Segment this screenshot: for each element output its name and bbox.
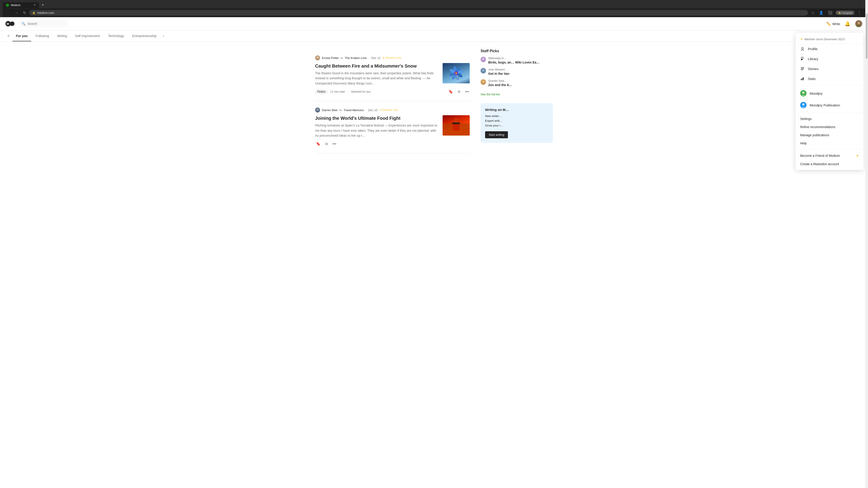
dropdown-manage-publications[interactable]: Manage publications [796, 131, 864, 139]
add-tab-button[interactable]: + [5, 31, 11, 41]
article-title[interactable]: Caught Between Fire and a Midsummer's Sn… [315, 63, 439, 69]
article-title-2[interactable]: Joining the World's Ultimate Food Fight [315, 115, 439, 121]
tab-following[interactable]: Following [32, 31, 53, 41]
dropdown-become-friend[interactable]: Become a Friend of Medium ★ [796, 151, 864, 160]
write-button[interactable]: ✏️ Write [827, 22, 840, 26]
pick-avatar-2 [480, 68, 486, 73]
svg-point-29 [483, 80, 484, 83]
tab-writing[interactable]: Writing [54, 31, 70, 41]
dropdown-stories[interactable]: Stories [796, 64, 864, 74]
extensions-icon[interactable]: ⬛ [827, 10, 834, 16]
staff-picks-title: Staff Picks [480, 49, 553, 53]
member-badge-2: ★ Member-only [379, 108, 398, 111]
svg-point-20 [317, 109, 318, 110]
tab-technology[interactable]: Technology [104, 31, 128, 41]
article-card: Darren Weir in Travel Memoirs · Dec 10 ★… [315, 101, 470, 153]
pick-title-2[interactable]: Get in the Van [488, 72, 509, 76]
nav-more-button[interactable]: › [161, 31, 166, 41]
article-date: Dec 13 [371, 56, 380, 60]
see-full-list-link[interactable]: See the full list [480, 93, 500, 96]
feed-column: Erosia Potter in The Kraken Lore · Dec 1… [315, 49, 470, 153]
scrollbar-thumb[interactable] [866, 13, 868, 59]
tab-for-you[interactable]: For you [12, 31, 31, 41]
address-bar[interactable]: 🔒 medium.com [29, 10, 808, 15]
svg-rect-23 [452, 123, 460, 124]
more-options-button-2[interactable]: ••• [332, 141, 337, 147]
incognito-label: Incognito [842, 11, 852, 14]
refresh-button[interactable]: ↻ [22, 10, 27, 16]
dropdown-library[interactable]: Library [796, 54, 864, 64]
thumb-image-1 [442, 63, 470, 84]
avatar[interactable] [855, 20, 863, 28]
publication-name[interactable]: The Kraken Lore [345, 56, 367, 60]
back-button[interactable]: ← [5, 10, 12, 16]
moodjoy-label: Moodjoy [810, 92, 823, 95]
library-label: Library [808, 57, 818, 61]
footer-actions-2: 🔖 ⊖ ••• [315, 141, 337, 147]
write-icon: ✏️ [827, 22, 831, 26]
dropdown-moodjoy[interactable]: Moodjoy [796, 88, 864, 99]
svg-rect-22 [453, 124, 460, 131]
new-tab-button[interactable]: + [40, 2, 46, 8]
article-meta: Erosia Potter in The Kraken Lore · Dec 1… [315, 55, 470, 60]
forward-button[interactable]: → [13, 10, 20, 16]
dropdown-help[interactable]: Help [796, 139, 864, 147]
dropdown-profile[interactable]: Profile [796, 44, 864, 54]
svg-point-40 [802, 103, 804, 105]
svg-rect-36 [803, 77, 804, 80]
search-input[interactable] [27, 22, 64, 26]
tab-self-improvement[interactable]: Self Improvement [71, 31, 103, 41]
logo[interactable]: M [5, 21, 14, 26]
more-options-icon[interactable]: ⋮ [856, 10, 863, 16]
less-like-this-button-2[interactable]: ⊖ [324, 141, 329, 147]
incognito-badge: 🕵️ Incognito [836, 11, 855, 15]
pick-avatar-image-2 [480, 68, 486, 73]
author-name[interactable]: Erosia Potter [322, 56, 339, 60]
article-card: Erosia Potter in The Kraken Lore · Dec 1… [315, 49, 470, 101]
bookmark-icon[interactable]: ☆ [810, 10, 816, 16]
pick-title-1[interactable]: Birds, bugs, an… Wiki Loves Ea… [488, 60, 539, 64]
dropdown-settings[interactable]: Settings [796, 115, 864, 123]
article-thumbnail[interactable] [442, 63, 470, 84]
article-body-2: Joining the World's Ultimate Food Fight … [315, 115, 470, 138]
pick-avatar-image-1 [480, 57, 486, 62]
search-bar[interactable]: 🔍 [18, 20, 68, 27]
stories-icon [800, 66, 805, 71]
dropdown-moodjoy-publication[interactable]: Moodjoy Publication [796, 99, 864, 111]
tab-close-btn[interactable]: ✕ [34, 4, 36, 6]
svg-rect-35 [802, 78, 803, 80]
less-like-this-button[interactable]: ⊖ [457, 89, 461, 95]
writing-card-item-3: Grow your r… [485, 124, 548, 127]
profile-icon[interactable]: 👤 [817, 10, 825, 16]
avatar-image [855, 20, 862, 28]
start-writing-button[interactable]: Start writing [485, 131, 508, 138]
svg-point-7 [317, 57, 318, 58]
article-thumbnail-2[interactable] [442, 115, 470, 135]
pick-author-2: Joan Westenl… [488, 68, 509, 71]
save-button[interactable]: 🔖 [447, 89, 454, 95]
writing-card-title: Writing on M… [485, 108, 548, 111]
pick-title-3[interactable]: Zen and the A… [488, 83, 512, 87]
search-icon: 🔍 [22, 22, 26, 26]
notifications-button[interactable]: 🔔 [845, 21, 850, 26]
dropdown-refine[interactable]: Refine recommendations [796, 123, 864, 131]
active-tab[interactable]: Medium ✕ [3, 2, 39, 8]
save-button-2[interactable]: 🔖 [315, 141, 321, 147]
scrollbar[interactable] [865, 0, 868, 487]
dropdown-stats[interactable]: Stats [796, 74, 864, 84]
read-time: 11 min read [330, 90, 344, 93]
meta-in: in [341, 56, 343, 60]
publication-name-2[interactable]: Travel Memoirs [344, 108, 364, 112]
author-name-2[interactable]: Darren Weir [322, 108, 338, 112]
article-tag[interactable]: Fiction [315, 89, 328, 94]
tab-entrepreneurship[interactable]: Entrepreneurship [129, 31, 160, 41]
staff-pick-item-1: Wikimedia In… Birds, bugs, an… Wiki Love… [480, 57, 553, 64]
svg-point-25 [483, 58, 484, 60]
selected-badge: Selected for you [351, 90, 371, 93]
more-options-button[interactable]: ••• [464, 89, 470, 95]
author-avatar [315, 55, 320, 60]
svg-point-38 [802, 92, 804, 94]
dropdown-mastodon[interactable]: Create a Mastodon account [796, 160, 864, 168]
staff-pick-item-2: Joan Westenl… Get in the Van [480, 68, 553, 76]
svg-rect-33 [801, 70, 803, 70]
